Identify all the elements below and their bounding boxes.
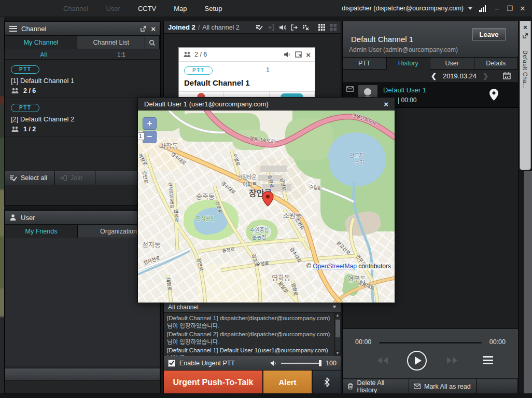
location-pin-icon[interactable] [489,89,498,101]
user-location-marker[interactable] [262,191,274,207]
tab-history[interactable]: History [387,58,431,70]
popout-icon[interactable] [140,25,147,32]
subtab-all[interactable]: All [5,49,82,59]
speaker-icon[interactable] [279,24,286,31]
docked-channel-tab[interactable]: × Default Cha... [520,21,531,170]
volume-icon [270,360,277,366]
map-label: 송정로 [221,246,235,254]
rewind-button[interactable] [377,356,388,364]
tab-user[interactable]: User [430,58,474,70]
join-channel-icon[interactable] [268,24,274,31]
map-window-close-icon[interactable]: × [384,100,388,108]
attribution-suffix: contributors [357,263,391,270]
grid-view-alt-icon[interactable] [330,24,337,31]
account-caret-icon[interactable] [468,7,472,10]
channel-search-button[interactable] [145,36,160,49]
account-label[interactable]: dispatcher (dispatcher@ourcompany.com) [342,5,464,12]
mark-all-read-button[interactable]: Mark All as read [409,379,477,393]
card-talk-cell[interactable] [270,92,315,97]
date-prev-button[interactable]: ❮ [431,72,437,80]
play-button[interactable] [407,351,427,370]
join-button[interactable]: Join [55,171,95,185]
channel-card[interactable]: 2 / 6 × PTT 1 Default Channel 1 [178,47,315,98]
card-record-cell[interactable] [179,92,224,97]
log-message: [Default Channel 1] Default User 1(user1… [167,347,332,356]
fast-forward-button[interactable] [446,356,458,364]
tab-details[interactable]: Details [474,58,519,70]
map-zoom-in-button[interactable]: + [143,117,157,130]
channel-panel-close-icon[interactable]: × [151,25,156,33]
speaker-icon[interactable] [284,51,291,58]
leave-channel-icon[interactable] [291,24,298,31]
urgent-push-to-talk-button[interactable]: Urgent Push-To-Talk [164,370,263,394]
expand-icon[interactable] [295,51,302,58]
tab-ptt[interactable]: PTT [343,58,387,70]
player-menu-icon[interactable] [483,356,493,364]
menu-user[interactable]: User [106,5,120,12]
deselect-icon[interactable] [302,24,310,31]
map-window-title: Default User 1 (user1@ourcompany.com) [144,100,269,108]
channel-item[interactable]: PTT [2] Default Channel 2 1 / 2 [5,98,160,136]
map-label: 광교저 [349,151,364,159]
grid-view-icon[interactable] [318,24,325,31]
window-close-button[interactable]: ✕ [519,5,527,12]
members-icon [183,51,191,58]
map-attribution: © OpenStreetMap contributors [305,263,392,270]
window-maximize-button[interactable]: ❐ [506,5,514,12]
menu-setup[interactable]: Setup [205,5,222,12]
channel-filter-dropdown[interactable]: All channel [164,301,341,312]
ptt-badge[interactable]: PTT [11,104,39,112]
volume-slider-thumb[interactable] [319,360,321,366]
ptt-badge[interactable]: PTT [11,65,39,74]
detail-channel-owner: Admin User (admin@ourcompany.com) [349,46,458,53]
scroll-up-icon[interactable]: ▲ [335,313,340,318]
card-mid-cell[interactable] [224,92,269,97]
multi-select-icon[interactable] [256,24,263,31]
map-zoom-out-button[interactable]: − [143,131,157,143]
user-panel-bottom-bar [5,368,160,380]
main-menu: Channel User CCTV Map Setup [63,5,222,12]
envelope-icon [414,383,421,389]
enable-urgent-checkbox[interactable] [168,360,175,367]
map-canvas[interactable]: 파장동 송죽동 정자동 영화동 연무동 조원동 장안구 한일타운 아파트 만석공… [138,111,395,303]
dock-strip [524,171,532,393]
dock-popout-icon[interactable] [522,33,528,39]
tab-channel-list[interactable]: Channel List [77,36,145,49]
subtab-one-to-one[interactable]: 1:1 [82,49,160,59]
calendar-icon[interactable] [503,72,511,79]
dock-close-icon[interactable]: × [520,23,530,31]
menu-map[interactable]: Map [174,5,187,12]
card-ptt-badge[interactable]: PTT [184,66,213,75]
tab-my-channel[interactable]: My Channel [5,36,77,49]
player-progress-bar[interactable] [379,342,482,344]
menu-channel[interactable]: Channel [63,5,88,12]
volume-slider[interactable] [281,363,321,364]
card-close-icon[interactable]: × [306,51,311,59]
dock-tab-label: Default Cha... [522,50,528,89]
history-date[interactable]: 2019.03.24 [443,72,477,80]
date-next-button[interactable]: ❯ [483,72,488,80]
empty-action-cell [477,379,518,393]
select-all-icon [9,175,17,181]
menu-cctv[interactable]: CCTV [138,5,156,12]
scroll-down-icon[interactable]: ▼ [335,351,340,356]
history-meta: | 00:00 [398,97,416,104]
leave-button[interactable]: Leave [472,28,506,40]
user-location-window[interactable]: Default User 1 (user1@ourcompany.com) × [137,97,395,303]
select-all-button[interactable]: Select all [5,171,55,185]
members-icon [11,88,19,94]
bluetooth-icon [323,377,331,387]
attribution-copyright: © [306,263,313,270]
map-label: 송죽동 [196,191,215,201]
openstreetmap-link[interactable]: OpenStreetMap [313,263,357,270]
history-user-name: Default User 1 [383,86,426,94]
log-scrollbar[interactable]: ▲ ▼ [334,313,341,356]
delete-all-history-button[interactable]: Delete All History [343,379,409,393]
alert-button[interactable]: Alert [263,370,313,394]
tab-my-friends[interactable]: My Friends [5,225,78,238]
channel-menu-icon[interactable] [9,26,17,32]
bluetooth-button[interactable] [313,370,341,394]
scroll-thumb[interactable] [335,320,340,337]
window-minimize-button[interactable]: – [493,5,501,12]
channel-item[interactable]: PTT [1] Default Channel 1 2 / 6 [5,60,160,98]
